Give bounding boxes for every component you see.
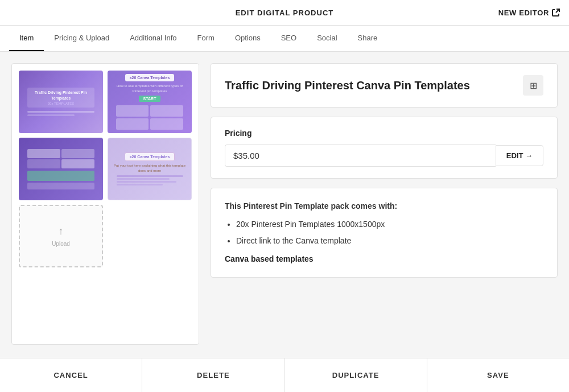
external-link-icon	[552, 9, 560, 16]
pricing-section: Pricing $35.00 EDIT →	[211, 117, 558, 179]
description-footer: Canva based templates	[225, 253, 543, 265]
product-image-4[interactable]: x20 Canva Templates Put your text here e…	[108, 138, 192, 200]
tab-seo[interactable]: SEO	[271, 26, 307, 51]
tab-additional-info[interactable]: Additional Info	[119, 26, 187, 51]
description-list: 20x Pinterest Pin Templates 1000x1500px …	[236, 218, 543, 247]
new-editor-button[interactable]: NEW EDITOR	[498, 9, 560, 17]
tab-pricing-upload[interactable]: Pricing & Upload	[44, 26, 119, 51]
price-display: $35.00	[225, 145, 496, 167]
product-image-3[interactable]	[19, 138, 103, 200]
tab-share[interactable]: Share	[348, 26, 388, 51]
upload-placeholder[interactable]: ↑ Upload	[19, 205, 103, 267]
product-details-panel: Traffic Driving Pinterest Canva Pin Temp…	[211, 63, 558, 345]
tab-item[interactable]: Item	[9, 26, 44, 51]
product-title-section: Traffic Driving Pinterest Canva Pin Temp…	[211, 63, 558, 108]
cancel-button[interactable]: CANCEL	[0, 358, 142, 392]
delete-button[interactable]: DELETE	[142, 358, 284, 392]
upload-icon: ↑	[59, 225, 64, 237]
product-title: Traffic Driving Pinterest Canva Pin Temp…	[225, 79, 470, 92]
description-bullet-1: 20x Pinterest Pin Templates 1000x1500px	[236, 218, 543, 230]
product-image-2[interactable]: x20 Canva Templates How to use templates…	[108, 71, 192, 133]
main-content: Traffic Driving Pinterest Pin Templates …	[0, 52, 569, 356]
pricing-label: Pricing	[225, 129, 543, 138]
upload-label: Upload	[52, 241, 70, 247]
nav-tabs: Item Pricing & Upload Additional Info Fo…	[0, 26, 569, 52]
grid-icon: ⊞	[530, 80, 537, 91]
tab-options[interactable]: Options	[225, 26, 271, 51]
save-button[interactable]: SAVE	[427, 358, 569, 392]
description-text: This Pinterest Pin Template pack comes w…	[225, 200, 543, 266]
new-editor-label: NEW EDITOR	[498, 9, 549, 17]
page-title: EDIT DIGITAL PRODUCT	[236, 9, 334, 17]
description-bullet-2: Direct link to the Canva template	[236, 234, 543, 247]
pricing-edit-button[interactable]: EDIT →	[496, 145, 543, 166]
duplicate-button[interactable]: DUPLICATE	[285, 358, 427, 392]
description-section: This Pinterest Pin Template pack comes w…	[211, 188, 558, 278]
tab-social[interactable]: Social	[307, 26, 347, 51]
product-icon-button[interactable]: ⊞	[523, 75, 543, 96]
tab-form[interactable]: Form	[187, 26, 225, 51]
product-image-1[interactable]: Traffic Driving Pinterest Pin Templates …	[19, 71, 103, 133]
image-gallery: Traffic Driving Pinterest Pin Templates …	[11, 63, 199, 345]
action-bar: CANCEL DELETE DUPLICATE SAVE	[0, 358, 569, 392]
description-intro: This Pinterest Pin Template pack comes w…	[225, 201, 397, 211]
pricing-input-row: $35.00 EDIT →	[225, 145, 543, 167]
page-header: EDIT DIGITAL PRODUCT NEW EDITOR	[0, 0, 569, 26]
